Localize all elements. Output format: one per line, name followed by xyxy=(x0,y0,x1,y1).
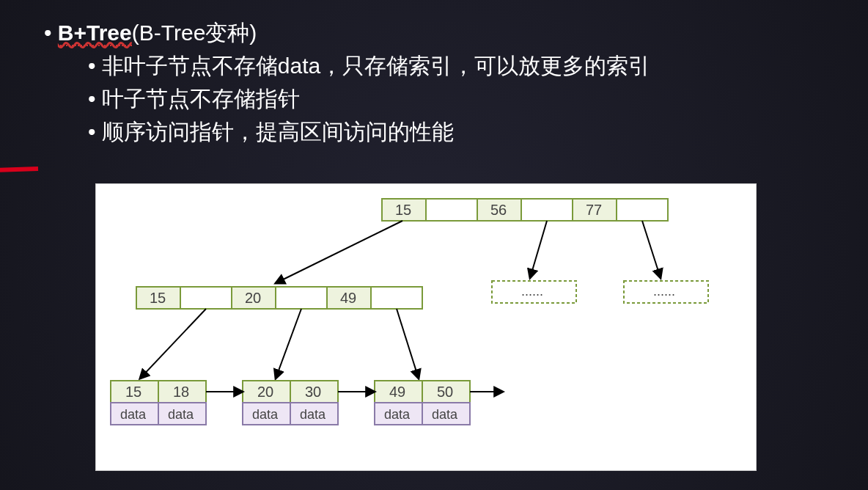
leaf-node-1: 15 18 data data xyxy=(111,381,206,425)
root-key-0: 15 xyxy=(395,202,411,218)
bplus-tree-diagram: 15 56 77 ...... ...... 15 20 xyxy=(95,183,757,471)
point-1: 非叶子节点不存储data，只存储索引，可以放更多的索引 xyxy=(88,49,650,82)
svg-rect-9 xyxy=(276,287,327,309)
svg-rect-3 xyxy=(521,199,573,221)
leaf3-key1: 50 xyxy=(437,384,453,400)
leaf1-data0: data xyxy=(120,407,147,422)
edge-root-to-mid xyxy=(276,221,402,283)
point-2: 叶子节点不存储指针 xyxy=(88,82,650,115)
edge-mid-leaf1 xyxy=(140,309,206,379)
mid-key-2: 49 xyxy=(340,290,356,306)
leaf1-key0: 15 xyxy=(125,384,141,400)
mid-node: 15 20 49 xyxy=(136,287,422,309)
root-node: 15 56 77 xyxy=(382,199,668,221)
edge-mid-leaf2 xyxy=(276,309,301,379)
title-strong: B+Tree xyxy=(58,21,132,46)
mid-key-1: 20 xyxy=(245,290,261,306)
root-key-1: 56 xyxy=(490,202,507,218)
edge-root-to-dash1 xyxy=(530,221,547,278)
title-item: B+Tree(B-Tree变种) xyxy=(44,16,650,49)
svg-rect-11 xyxy=(371,287,422,309)
leaf2-key1: 30 xyxy=(305,384,321,400)
leaf3-data1: data xyxy=(432,407,458,422)
red-stroke-decor xyxy=(0,167,38,172)
leaf2-data1: data xyxy=(300,407,326,422)
root-key-2: 77 xyxy=(586,202,602,218)
edge-root-to-dash2 xyxy=(642,221,661,278)
leaf2-data0: data xyxy=(252,407,279,422)
dashed-text-1: ...... xyxy=(521,284,543,299)
title-suffix: (B-Tree变种) xyxy=(132,21,257,45)
leaf-node-2: 20 30 data data xyxy=(243,381,338,425)
leaf3-data0: data xyxy=(384,407,411,422)
leaf1-key1: 18 xyxy=(173,384,189,400)
bullet-list: B+Tree(B-Tree变种) 非叶子节点不存储data，只存储索引，可以放更… xyxy=(44,16,650,148)
svg-rect-1 xyxy=(426,199,477,221)
dashed-text-2: ...... xyxy=(653,284,675,299)
leaf3-key0: 49 xyxy=(389,384,405,400)
point-3: 顺序访问指针，提高区间访问的性能 xyxy=(88,115,650,148)
leaf1-data1: data xyxy=(168,407,194,422)
leaf2-key0: 20 xyxy=(257,384,273,400)
edge-mid-leaf3 xyxy=(397,309,419,379)
leaf-node-3: 49 50 data data xyxy=(375,381,470,425)
svg-rect-5 xyxy=(617,199,668,221)
mid-key-0: 15 xyxy=(150,290,166,306)
svg-rect-7 xyxy=(180,287,232,309)
